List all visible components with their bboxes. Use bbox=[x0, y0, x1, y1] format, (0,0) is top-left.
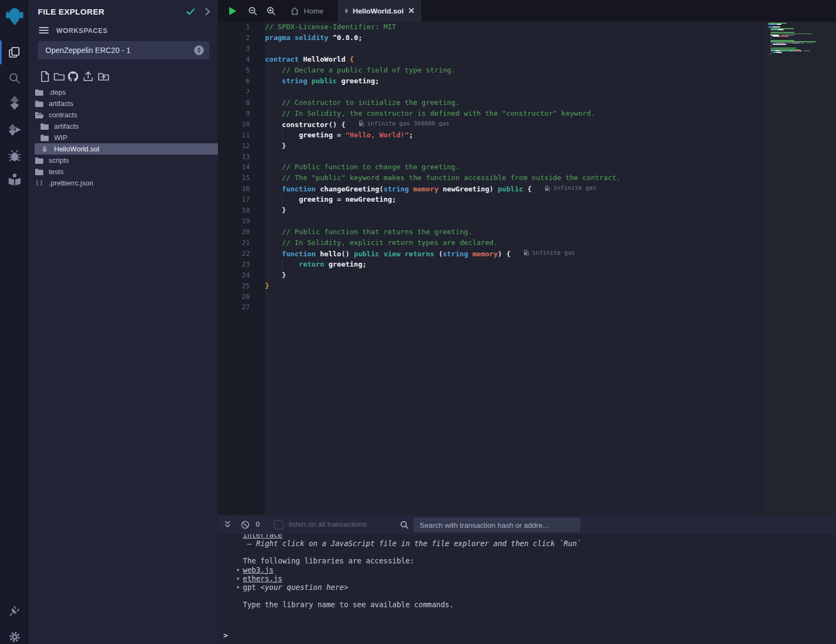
code-line: 16 function changeGreeting(string memory… bbox=[218, 183, 763, 194]
workspace-sort-icon[interactable] bbox=[194, 45, 204, 55]
editor-tabbar: Home HelloWorld.sol ✕ bbox=[218, 0, 836, 22]
minimap-strip bbox=[763, 22, 836, 515]
code-text: // In Solidity, explicit return types ar… bbox=[265, 238, 497, 247]
code-text: } bbox=[265, 206, 286, 214]
line-number: 5 bbox=[218, 66, 265, 74]
gas-estimate-badge: infinite gas bbox=[523, 249, 575, 256]
tree-item-artifacts[interactable]: artifacts bbox=[35, 98, 218, 109]
code-text: greeting = newGreeting; bbox=[265, 195, 396, 203]
tree-item-wip[interactable]: WIP bbox=[35, 132, 218, 143]
code-line: 15 // The "public" keyword makes the fun… bbox=[218, 172, 763, 183]
tree-item--prettierrc-json[interactable]: ().prettierrc.json bbox=[35, 177, 218, 189]
gas-estimate-badge: infinite gas 368600 gas bbox=[359, 120, 449, 127]
terminal-log-line: The following libraries are accessible: bbox=[243, 556, 836, 565]
zoom-in-icon[interactable] bbox=[262, 0, 280, 22]
terminal-prompt[interactable]: > bbox=[223, 631, 228, 640]
learneth-icon[interactable] bbox=[0, 168, 29, 191]
code-lines: 1// SPDX-License-Identifier: MIT2pragma … bbox=[218, 22, 763, 313]
code-line: 18 } bbox=[218, 205, 763, 216]
file-explorer-header: FILE EXPLORER bbox=[29, 5, 218, 19]
terminal-log-line: web3.js bbox=[243, 566, 836, 574]
debugger-icon[interactable] bbox=[0, 144, 29, 168]
code-text: // Public function that returns the gree… bbox=[265, 228, 473, 236]
new-folder-icon[interactable] bbox=[53, 70, 65, 82]
zoom-out-icon[interactable] bbox=[244, 0, 261, 22]
line-number: 12 bbox=[218, 142, 265, 150]
terminal-log-line bbox=[243, 548, 836, 556]
deploy-run-icon[interactable] bbox=[0, 118, 29, 142]
code-line: 14 // Public function to change the gree… bbox=[218, 162, 763, 172]
new-file-icon[interactable] bbox=[39, 70, 51, 82]
gas-estimate-badge: infinite gas bbox=[545, 184, 596, 191]
line-number: 11 bbox=[218, 131, 265, 139]
folder-icon bbox=[35, 101, 44, 107]
remix-logo[interactable] bbox=[0, 4, 29, 28]
code-line: 2pragma solidity ^0.8.0; bbox=[218, 32, 763, 43]
upload-file-icon[interactable] bbox=[82, 70, 94, 82]
line-number: 7 bbox=[218, 88, 265, 96]
code-line: 4contract HelloWorld { bbox=[218, 54, 763, 65]
close-tab-icon[interactable]: ✕ bbox=[408, 6, 415, 16]
settings-gear-icon[interactable] bbox=[0, 625, 29, 644]
workspace-select[interactable]: OpenZeppelin ERC20 - 1 bbox=[38, 41, 209, 59]
search-icon bbox=[400, 521, 409, 532]
tree-item-label: WIP bbox=[54, 134, 68, 142]
tree-item-contracts[interactable]: contracts bbox=[35, 109, 218, 121]
terminal-log: interface – Right click on a JavaScript … bbox=[218, 534, 836, 644]
code-text: } bbox=[265, 282, 269, 290]
code-line: 20 // Public function that returns the g… bbox=[218, 227, 763, 237]
code-line: 11 greeting = "Hello, World!"; bbox=[218, 129, 763, 140]
code-line: 21 // In Solidity, explicit return types… bbox=[218, 237, 763, 248]
terminal-log-line: gpt <your question here> bbox=[243, 583, 836, 592]
folder-icon bbox=[40, 123, 49, 130]
tree-item-scripts[interactable]: scripts bbox=[35, 155, 218, 166]
workspaces-menu-icon[interactable] bbox=[39, 27, 49, 35]
plugin-manager-icon[interactable] bbox=[0, 599, 29, 623]
code-line: 25} bbox=[218, 280, 763, 291]
file-explorer-panel: FILE EXPLORER WORKSPACES OpenZeppelin ER… bbox=[29, 0, 218, 644]
terminal-toolbar: 0 listen on all transactions bbox=[218, 515, 836, 534]
line-number: 16 bbox=[218, 184, 265, 192]
line-number: 21 bbox=[218, 238, 265, 247]
file-explorer-icon[interactable] bbox=[0, 41, 29, 64]
line-number: 1 bbox=[218, 23, 265, 31]
transaction-count-badge: 0 bbox=[256, 520, 260, 528]
code-text: string public greeting; bbox=[265, 77, 379, 85]
code-text: } bbox=[265, 142, 286, 150]
clear-console-icon[interactable] bbox=[241, 520, 250, 532]
line-number: 4 bbox=[218, 55, 265, 63]
tree-item--deps[interactable]: .deps bbox=[35, 87, 218, 98]
chevron-right-icon[interactable] bbox=[205, 8, 210, 18]
folder-icon bbox=[35, 169, 44, 175]
code-text: function changeGreeting(string memory ne… bbox=[265, 184, 596, 193]
code-line: 7 bbox=[218, 87, 763, 97]
search-icon[interactable] bbox=[0, 67, 29, 90]
tree-item-helloworld-sol[interactable]: HelloWorld.sol bbox=[35, 143, 218, 155]
tree-item-tests[interactable]: tests bbox=[35, 166, 218, 177]
tab-helloworld-sol[interactable]: HelloWorld.sol ✕ bbox=[338, 0, 421, 22]
terminal-link-web3-js[interactable]: web3.js bbox=[243, 566, 274, 574]
code-text: function hello() public view returns (st… bbox=[265, 249, 575, 258]
minimap[interactable] bbox=[768, 23, 832, 58]
line-number: 14 bbox=[218, 163, 265, 171]
upload-folder-icon[interactable] bbox=[97, 70, 109, 82]
terminal-link-ethers-js[interactable]: ethers.js bbox=[243, 574, 282, 583]
transaction-search-input[interactable] bbox=[414, 518, 580, 532]
workspace-selected-value: OpenZeppelin ERC20 - 1 bbox=[45, 46, 130, 55]
line-number: 13 bbox=[218, 152, 265, 161]
code-editor[interactable]: 1// SPDX-License-Identifier: MIT2pragma … bbox=[218, 22, 836, 515]
tree-item-label: .prettierrc.json bbox=[49, 179, 93, 187]
code-text: // Public function to change the greetin… bbox=[265, 163, 460, 171]
code-line: 17 greeting = newGreeting; bbox=[218, 194, 763, 205]
run-script-button[interactable] bbox=[223, 0, 242, 22]
line-number: 15 bbox=[218, 174, 265, 182]
tab-home[interactable]: Home bbox=[281, 0, 333, 22]
solidity-compiler-icon[interactable] bbox=[0, 91, 29, 115]
tree-item-label: HelloWorld.sol bbox=[54, 145, 99, 153]
tree-item-artifacts[interactable]: artifacts bbox=[35, 121, 218, 132]
github-icon[interactable] bbox=[67, 70, 79, 82]
listen-transactions-checkbox[interactable] bbox=[274, 520, 283, 529]
json-file-icon: () bbox=[35, 180, 44, 187]
code-line: 9 // In Solidity, the constructor is def… bbox=[218, 108, 763, 118]
collapse-terminal-icon[interactable] bbox=[223, 520, 232, 531]
